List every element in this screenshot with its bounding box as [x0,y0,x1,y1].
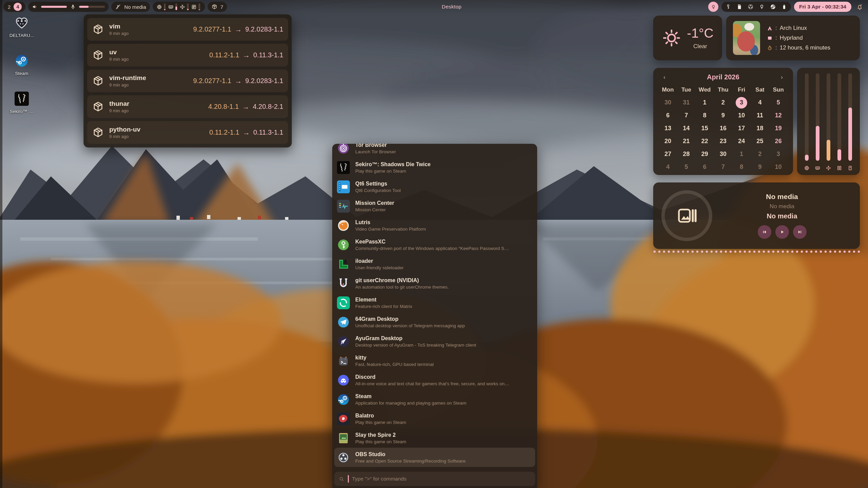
launcher-item-sekiro-shadows-die-twice[interactable]: Sekiro™: Shadows Die Twice Play this gam… [334,158,535,177]
calendar-day[interactable]: 1 [696,96,714,109]
play-button[interactable] [775,225,789,239]
calendar-day[interactable]: 10 [732,109,751,122]
launcher-item-keepassxc[interactable]: KeePassXC Community-driven port of the W… [334,235,535,254]
app-description: Desktop version of AyuGram - ToS breakin… [355,343,476,348]
calendar-day[interactable]: 29 [696,148,714,160]
calendar-day[interactable]: 19 [769,122,788,135]
weather-temp: -1°C [687,26,713,40]
calendar-day[interactable]: 25 [751,135,769,148]
volume-slider[interactable] [41,6,67,8]
calendar-day[interactable]: 1 [732,148,751,160]
launcher-item-kitty[interactable]: kitty Fast, feature-rich, GPU based term… [334,351,535,370]
notifications-button[interactable] [854,2,865,12]
calendar-day[interactable]: 31 [677,96,695,109]
gauge-ram [812,73,823,171]
calendar-day[interactable]: 15 [696,122,714,135]
calendar-day[interactable]: 20 [659,135,677,148]
calendar-day[interactable]: 8 [732,161,751,173]
calendar-day[interactable]: 16 [714,122,732,135]
launcher-item-discord[interactable]: Discord All-in-one voice and text chat f… [334,370,535,390]
calendar-day[interactable]: 17 [732,122,751,135]
microphone-icon[interactable] [70,4,76,10]
launcher-item-slay-the-spire-2[interactable]: Slay the Spire 2 Play this game on Steam [334,428,535,448]
calendar-day[interactable]: 13 [659,122,677,135]
sdcard-tray-icon[interactable] [736,4,742,10]
launcher-item-steam[interactable]: Steam Application for managing and playi… [334,390,535,409]
calendar-prev-button[interactable]: ‹ [660,74,669,81]
calendar-day[interactable]: 7 [714,161,732,173]
launcher-item-64gram-desktop[interactable]: 64Gram Desktop Unofficial desktop versio… [334,312,535,332]
system-monitors-pill[interactable] [153,2,205,12]
launcher-item-ayugram-desktop[interactable]: AyuGram Desktop Desktop version of AyuGr… [334,332,535,351]
calendar-day[interactable]: 7 [677,109,695,122]
update-row-vim-runtime[interactable]: vim-runtime 9 min ago 9.2.0277-1.1→9.2.0… [87,70,288,92]
workspace-4-active[interactable]: 4 [14,3,22,11]
calendar-day[interactable]: 6 [659,109,677,122]
packages-pill[interactable]: 7 [208,2,227,12]
bulb-tray-icon[interactable] [759,4,765,10]
keepassxc-tray-icon[interactable] [725,4,731,10]
calendar-day[interactable]: 24 [732,135,751,148]
update-row-python-uv[interactable]: python-uv 9 min ago 0.11.2-1.1→0.11.3-1.… [87,121,288,144]
calendar-day-selected[interactable]: 3 [732,96,751,109]
launcher-item-element[interactable]: Element Feature-rich client for Matrix [334,293,535,312]
launcher-item-git-userchrome-nvidia[interactable]: git userChrome (NVIDIA) An automation to… [334,274,535,293]
calendar-day[interactable]: 2 [714,96,732,109]
calendar-next-button[interactable]: › [777,74,786,81]
obs-tray-icon[interactable] [748,4,754,10]
calendar-day[interactable]: 23 [714,135,732,148]
desktop-icon-sekiro[interactable]: Sekiro™: ... [3,92,41,114]
calendar-day[interactable]: 30 [714,148,732,160]
update-row-vim[interactable]: vim 9 min ago 9.2.0277-1.1→9.2.0283-1.1 [87,18,288,41]
calendar-day[interactable]: 28 [677,148,695,160]
launcher-item-iloader[interactable]: iloader User-friendly sideloader [334,254,535,274]
steam-tray-icon[interactable] [770,4,776,10]
launcher-item-balatro[interactable]: Balatro Play this game on Steam [334,409,535,428]
color-picker-button[interactable] [708,2,718,12]
calendar-day[interactable]: 5 [769,96,788,109]
previous-track-button[interactable] [758,225,771,239]
desktop-icon-steam[interactable]: Steam [3,54,41,76]
launcher-item-obs-studio[interactable]: OBS Studio Free and Open Source Streamin… [334,448,535,467]
calendar-day[interactable]: 10 [769,161,788,173]
desktop-icon-deltaru[interactable]: DELTARU... [3,16,41,38]
next-track-button[interactable] [793,225,807,239]
calendar-day[interactable]: 11 [751,109,769,122]
calendar-day[interactable]: 21 [677,135,695,148]
active-window-title: Desktop [442,4,461,10]
iloader-icon [337,258,350,271]
calendar-day[interactable]: 5 [677,161,695,173]
calendar-day[interactable]: 27 [659,148,677,160]
calendar-day[interactable]: 26 [769,135,788,148]
launcher-item-mission-center[interactable]: Mission Center Mission Center [334,196,535,216]
calendar-day[interactable]: 2 [751,148,769,160]
launcher-search-input[interactable]: Type ">" for commands [334,472,535,486]
clock[interactable]: Fri 3 Apr - 00:32:34 [794,2,851,12]
launcher-item-qt6-settings[interactable]: Qt6 Settings Qt6 Configuration Tool [334,177,535,196]
calendar-day[interactable]: 3 [769,148,788,160]
update-row-thunar[interactable]: thunar 9 min ago 4.20.8-1.1→4.20.8-2.1 [87,95,288,118]
calendar-day[interactable]: 14 [677,122,695,135]
battery-tray-icon[interactable] [781,4,787,10]
calendar-day[interactable]: 9 [714,109,732,122]
app-name: Steam [355,393,466,399]
calendar-day[interactable]: 6 [696,161,714,173]
calendar-day[interactable]: 22 [696,135,714,148]
day-name: Wed [696,86,714,93]
mic-slider[interactable] [79,6,105,8]
calendar-day[interactable]: 4 [659,161,677,173]
calendar-day[interactable]: 30 [659,96,677,109]
calendar-day[interactable]: 8 [696,109,714,122]
gauge-track [827,73,830,161]
speaker-icon[interactable] [32,4,38,10]
update-row-uv[interactable]: uv 9 min ago 0.11.2-1.1→0.11.3-1.1 [87,44,288,66]
calendar-day[interactable]: 12 [769,109,788,122]
package-icon [92,101,104,113]
launcher-item-lutris[interactable]: Lutris Video Game Preservation Platform [334,216,535,235]
calendar-day[interactable]: 9 [751,161,769,173]
workspace-2[interactable]: 2 [7,4,11,10]
calendar-day[interactable]: 4 [751,96,769,109]
calendar-day[interactable]: 18 [751,122,769,135]
launcher-item-tor-browser[interactable]: Tor Browser Launch Tor Browser [334,144,535,158]
media-pill[interactable]: No media [111,2,150,12]
